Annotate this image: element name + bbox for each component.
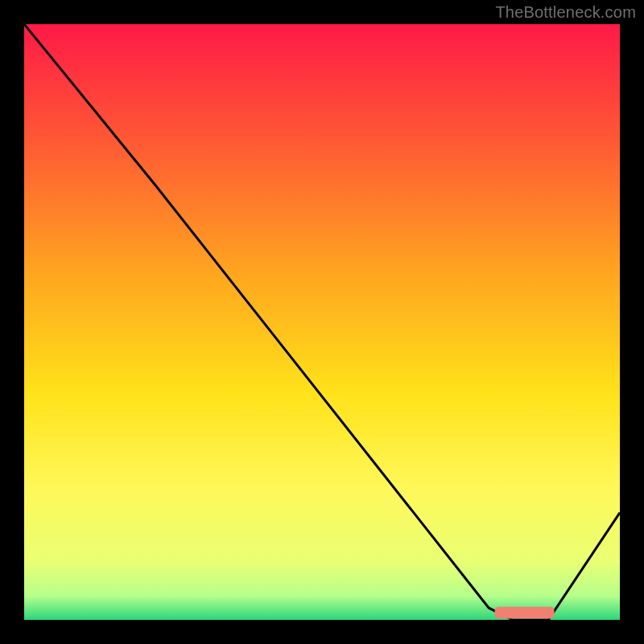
watermark-text: TheBottleneck.com — [495, 3, 636, 22]
optimal-range-marker — [495, 607, 555, 619]
chart-frame: TheBottleneck.com — [0, 0, 644, 644]
gradient-background — [24, 24, 620, 620]
plot-area — [24, 24, 620, 620]
plot-svg — [24, 24, 620, 620]
